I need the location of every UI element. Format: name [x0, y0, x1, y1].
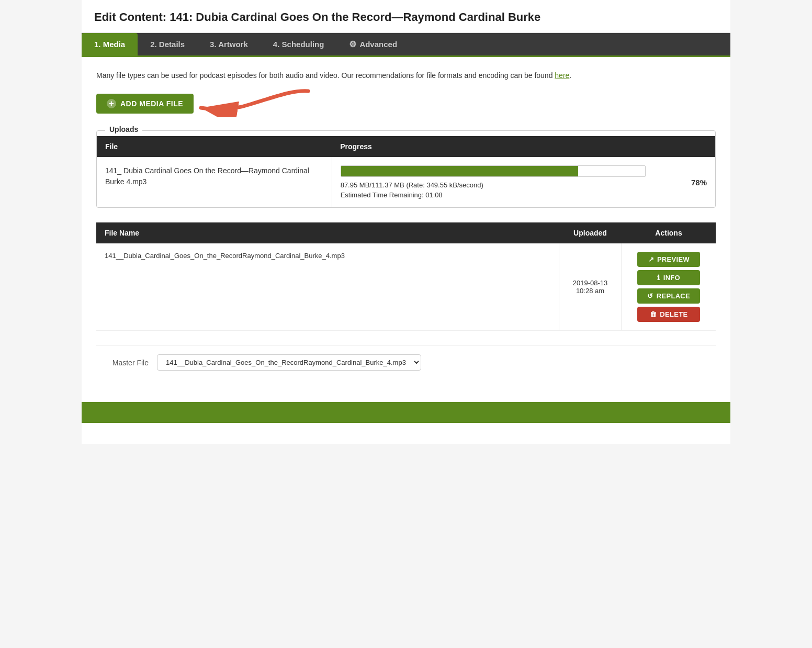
progress-bar-container	[341, 165, 646, 177]
description-text: Many file types can be used for podcast …	[96, 70, 716, 81]
action-buttons: ↗ PREVIEW ℹ INFO ↺ REPLACE	[630, 252, 708, 322]
uploads-col-progress: Progress	[332, 136, 715, 157]
progress-percent: 78%	[686, 178, 707, 187]
tab-scheduling[interactable]: 4. Scheduling	[261, 33, 337, 55]
page-wrapper: Edit Content: 141: Dubia Cardinal Goes O…	[82, 0, 730, 444]
replace-icon: ↺	[647, 292, 653, 300]
uploads-table: File Progress 141_ Dubia Cardinal Goes O…	[97, 136, 715, 207]
gear-icon: ⚙	[349, 39, 356, 49]
col-filename: File Name	[96, 222, 559, 243]
progress-bar-fill	[341, 166, 579, 176]
arrow-annotation	[198, 75, 313, 117]
uploaded-cell: 2019-08-13 10:28 am	[559, 243, 622, 331]
col-actions: Actions	[622, 222, 716, 243]
uploads-col-file: File	[97, 136, 332, 157]
page-title: Edit Content: 141: Dubia Cardinal Goes O…	[82, 0, 730, 33]
master-file-row: Master File 141__Dubia_Cardinal_Goes_On_…	[96, 345, 716, 379]
upload-row: 141_ Dubia Cardinal Goes On the Record—R…	[97, 157, 715, 207]
external-link-icon: ↗	[648, 255, 654, 263]
estimated-time: Estimated Time Remaining: 01:08	[341, 191, 680, 199]
master-file-select[interactable]: 141__Dubia_Cardinal_Goes_On_the_RecordRa…	[157, 354, 421, 371]
preview-button[interactable]: ↗ PREVIEW	[637, 252, 700, 267]
upload-file-name: 141_ Dubia Cardinal Goes On the Record—R…	[97, 157, 332, 207]
content-area: Many file types can be used for podcast …	[82, 57, 730, 392]
tab-details[interactable]: 2. Details	[138, 33, 197, 55]
bottom-bar	[82, 402, 730, 423]
here-link[interactable]: here	[555, 71, 569, 80]
info-icon: ℹ	[657, 274, 660, 282]
actions-cell: ↗ PREVIEW ℹ INFO ↺ REPLACE	[622, 243, 716, 331]
trash-icon: 🗑	[650, 310, 657, 318]
plus-icon: +	[107, 99, 116, 108]
replace-button[interactable]: ↺ REPLACE	[637, 288, 700, 304]
col-uploaded: Uploaded	[559, 222, 622, 243]
delete-button[interactable]: 🗑 DELETE	[637, 307, 700, 322]
file-name-cell: 141__Dubia_Cardinal_Goes_On_the_RecordRa…	[96, 243, 559, 331]
add-media-button[interactable]: + ADD MEDIA FILE	[96, 94, 194, 114]
master-file-label: Master File	[96, 359, 149, 367]
tab-advanced[interactable]: ⚙ Advanced	[336, 33, 410, 55]
add-media-section: + ADD MEDIA FILE	[96, 94, 716, 114]
tab-media[interactable]: 1. Media	[82, 33, 138, 55]
tabs-bar: 1. Media 2. Details 3. Artwork 4. Schedu…	[82, 33, 730, 57]
tab-artwork[interactable]: 3. Artwork	[197, 33, 261, 55]
upload-progress-cell: 87.95 MB/111.37 MB (Rate: 349.55 kB/seco…	[332, 157, 715, 207]
progress-text: 87.95 MB/111.37 MB (Rate: 349.55 kB/seco…	[341, 181, 680, 189]
uploads-header-row: File Progress	[97, 136, 715, 157]
file-table-row: 141__Dubia_Cardinal_Goes_On_the_RecordRa…	[96, 243, 716, 331]
file-table: File Name Uploaded Actions 141__Dubia_Ca…	[96, 222, 716, 331]
uploads-legend: Uploads	[105, 125, 142, 133]
uploads-box: Uploads File Progress 141_ Dubia Cardina…	[96, 130, 716, 208]
info-button[interactable]: ℹ INFO	[637, 270, 700, 285]
file-table-header: File Name Uploaded Actions	[96, 222, 716, 243]
